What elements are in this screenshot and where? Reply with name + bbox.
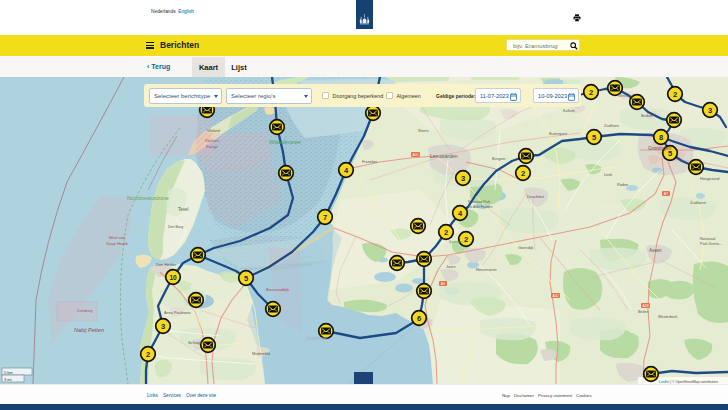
svg-text:8: 8 (659, 133, 663, 142)
svg-text:Gorredijk: Gorredijk (518, 246, 534, 250)
svg-text:5 km: 5 km (4, 370, 13, 375)
svg-text:2: 2 (146, 350, 150, 359)
svg-text:Cottaburg: Cottaburg (77, 309, 92, 313)
svg-text:A28: A28 (642, 304, 648, 308)
svg-text:Heerenveen: Heerenveen (476, 268, 497, 272)
svg-text:Kaap Hoofd: Kaap Hoofd (106, 241, 127, 246)
svg-text:Zuidlaren: Zuidlaren (690, 201, 706, 205)
svg-text:Vlieland: Vlieland (207, 129, 220, 133)
svg-text:Nabij Petten: Nabij Petten (74, 327, 104, 333)
svg-text:3: 3 (161, 322, 165, 331)
svg-text:Den Burg: Den Burg (168, 225, 183, 229)
svg-text:Beilen: Beilen (638, 310, 649, 314)
svg-text:Nationaal: Nationaal (700, 237, 715, 241)
svg-text:A31: A31 (412, 153, 418, 157)
svg-text:A6: A6 (441, 282, 445, 286)
svg-text:IJsselmeer: IJsselmeer (306, 336, 328, 341)
svg-text:Winsum: Winsum (618, 94, 632, 98)
svg-text:Leaflet | © OpenStreetMap cont: Leaflet | © OpenStreetMap contributors (659, 380, 718, 384)
svg-text:Westerbork: Westerbork (658, 315, 677, 319)
svg-text:5: 5 (592, 133, 596, 142)
svg-text:Schagen: Schagen (188, 340, 205, 345)
svg-text:A7: A7 (664, 192, 668, 196)
svg-text:Nationaal Park: Nationaal Park (468, 200, 491, 204)
svg-text:Buitenpost: Buitenpost (549, 132, 568, 136)
svg-text:5: 5 (244, 274, 248, 283)
svg-text:Vliehors: Vliehors (205, 138, 219, 143)
svg-text:West van: West van (109, 235, 126, 240)
svg-text:Anna Paulowna: Anna Paulowna (164, 311, 191, 315)
svg-text:Leek: Leek (604, 173, 612, 177)
svg-text:Zuidhorn: Zuidhorn (604, 124, 619, 128)
svg-text:10: 10 (169, 274, 177, 281)
svg-text:Burgum: Burgum (492, 157, 505, 161)
svg-text:Leeuwarden: Leeuwarden (430, 153, 458, 159)
svg-text:Medemblik: Medemblik (252, 352, 270, 356)
svg-text:Texel: Texel (178, 207, 189, 212)
svg-text:Franeker: Franeker (362, 160, 378, 164)
svg-text:De Alde Feanen: De Alde Feanen (468, 205, 492, 209)
svg-text:7: 7 (323, 213, 327, 222)
svg-text:Stiens: Stiens (418, 129, 429, 133)
svg-text:Groningen: Groningen (648, 145, 672, 151)
svg-text:Drachten: Drachten (527, 194, 545, 199)
svg-text:Range: Range (206, 144, 219, 149)
svg-text:Kollum: Kollum (563, 109, 575, 113)
svg-text:Hoogezand: Hoogezand (700, 177, 719, 181)
svg-text:Waddenzee: Waddenzee (269, 139, 302, 145)
svg-text:2: 2 (589, 88, 593, 97)
svg-text:Park Drents...: Park Drents... (700, 242, 722, 246)
svg-text:2: 2 (521, 169, 525, 178)
svg-text:Roden: Roden (617, 183, 628, 187)
svg-text:3 mi: 3 mi (4, 377, 12, 382)
svg-text:6: 6 (417, 314, 421, 323)
svg-text:Bedum: Bedum (641, 114, 653, 118)
svg-text:Beetster...: Beetster... (449, 240, 465, 244)
svg-text:Assen: Assen (649, 248, 662, 253)
svg-text:Den Helder: Den Helder (156, 262, 177, 267)
svg-text:2: 2 (673, 90, 677, 99)
svg-text:A32: A32 (552, 294, 558, 298)
svg-text:Breezanddijk: Breezanddijk (266, 287, 289, 292)
svg-text:Noordzeekustzone: Noordzeekustzone (127, 195, 169, 201)
svg-text:Joure: Joure (446, 265, 456, 269)
svg-text:3: 3 (461, 174, 465, 183)
svg-text:2: 2 (444, 228, 448, 237)
svg-text:3: 3 (708, 106, 712, 115)
